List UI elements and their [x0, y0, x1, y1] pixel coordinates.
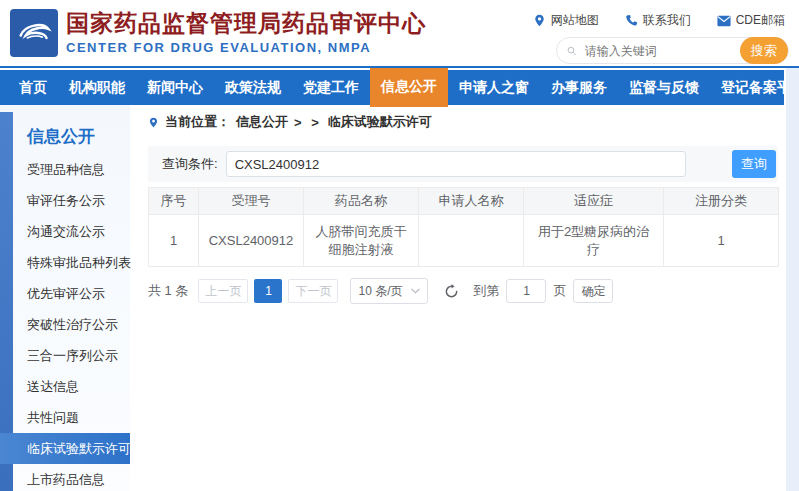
phone-icon [625, 14, 638, 27]
next-page-button[interactable]: 下一页 [288, 279, 338, 303]
cell-registration-class: 1 [664, 215, 779, 267]
pagination-total: 共 1 条 [148, 282, 188, 300]
sidebar-item-review-tasks[interactable]: 审评任务公示 [0, 185, 130, 216]
search-icon [567, 44, 577, 58]
location-pin-icon [533, 14, 546, 27]
cell-seq: 1 [149, 215, 199, 267]
breadcrumb: 当前位置：信息公开 > > 临床试验默示许可 [148, 112, 778, 132]
sidebar-item-communication[interactable]: 沟通交流公示 [0, 216, 130, 247]
query-panel: 查询条件: 查询 [148, 146, 778, 182]
sidebar-item-delivery-info[interactable]: 送达信息 [0, 371, 130, 402]
sidebar-item-priority-review[interactable]: 优先审评公示 [0, 278, 130, 309]
goto-page-group: 到第 页 确定 [473, 279, 613, 303]
site-subtitle: CENTER FOR DRUG EVALUATION, NMPA [66, 40, 426, 55]
search-input[interactable] [585, 44, 740, 58]
nav-item-services[interactable]: 办事服务 [540, 70, 618, 105]
sidebar-item-three-in-one[interactable]: 三合一序列公示 [0, 340, 130, 371]
breadcrumb-separator: > > [294, 115, 322, 130]
page-size-value: 10 条/页 [358, 283, 402, 300]
cde-logo [10, 9, 58, 57]
page-size-select[interactable]: 10 条/页 [350, 278, 428, 304]
breadcrumb-section[interactable]: 信息公开 [236, 113, 288, 131]
breadcrumb-current: 临床试验默示许可 [328, 113, 432, 131]
sidebar-item-breakthrough-therapy[interactable]: 突破性治疗公示 [0, 309, 130, 340]
results-table: 序号 受理号 药品名称 申请人名称 适应症 注册分类 1 CXSL2400912… [148, 187, 779, 267]
cell-acceptance-no: CXSL2400912 [199, 215, 304, 267]
col-header-registration-class: 注册分类 [664, 188, 779, 215]
col-header-indication: 适应症 [524, 188, 664, 215]
contact-link[interactable]: 联系我们 [625, 12, 691, 29]
goto-label: 到第 [473, 282, 499, 300]
sidebar-item-common-issues[interactable]: 共性问题 [0, 402, 130, 433]
cell-indication: 用于2型糖尿病的治疗 [524, 215, 664, 267]
sidebar: 信息公开 受理品种信息 审评任务公示 沟通交流公示 特殊审批品种列表 优先审评公… [0, 105, 130, 491]
nav-item-info-disclosure[interactable]: 信息公开 [370, 68, 448, 107]
table-row: 1 CXSL2400912 人脐带间充质干细胞注射液 用于2型糖尿病的治疗 1 [149, 215, 779, 267]
sidebar-title: 信息公开 [27, 125, 95, 148]
cell-applicant [419, 215, 524, 267]
query-label: 查询条件: [162, 155, 218, 173]
main-content: 当前位置：信息公开 > > 临床试验默示许可 查询条件: 查询 序号 受理号 药… [148, 112, 778, 304]
sitemap-link[interactable]: 网站地图 [533, 12, 599, 29]
quick-links: 网站地图 联系我们 CDE邮箱 [533, 12, 785, 29]
col-header-seq: 序号 [149, 188, 199, 215]
site-title: 国家药品监督管理局药品审评中心 [66, 8, 426, 38]
site-header: 国家药品监督管理局药品审评中心 CENTER FOR DRUG EVALUATI… [0, 0, 799, 68]
refresh-button[interactable] [444, 284, 459, 299]
page-number-button[interactable]: 1 [254, 279, 282, 303]
breadcrumb-prefix: 当前位置： [165, 113, 230, 131]
sitemap-label: 网站地图 [551, 12, 599, 29]
header-row: 序号 受理号 药品名称 申请人名称 适应症 注册分类 [149, 188, 779, 215]
results-table-body: 1 CXSL2400912 人脐带间充质干细胞注射液 用于2型糖尿病的治疗 1 [149, 215, 779, 267]
main-nav: 首页 机构职能 新闻中心 政策法规 党建工作 信息公开 申请人之窗 办事服务 监… [0, 70, 784, 105]
query-input[interactable] [226, 151, 686, 177]
nav-item-applicant-window[interactable]: 申请人之窗 [448, 70, 540, 105]
prev-page-button[interactable]: 上一页 [198, 279, 248, 303]
sidebar-item-marketed-drugs[interactable]: 上市药品信息 [0, 464, 130, 491]
sidebar-menu: 受理品种信息 审评任务公示 沟通交流公示 特殊审批品种列表 优先审评公示 突破性… [0, 154, 130, 491]
sidebar-item-accepted-varieties[interactable]: 受理品种信息 [0, 154, 130, 185]
col-header-drug-name: 药品名称 [304, 188, 419, 215]
page: 国家药品监督管理局药品审评中心 CENTER FOR DRUG EVALUATI… [0, 0, 799, 491]
nav-item-news[interactable]: 新闻中心 [136, 70, 214, 105]
nav-item-policies[interactable]: 政策法规 [214, 70, 292, 105]
col-header-applicant: 申请人名称 [419, 188, 524, 215]
nav-item-supervision[interactable]: 监督与反馈 [618, 70, 710, 105]
results-table-head: 序号 受理号 药品名称 申请人名称 适应症 注册分类 [149, 188, 779, 215]
brand-block: 国家药品监督管理局药品审评中心 CENTER FOR DRUG EVALUATI… [66, 8, 426, 55]
sidebar-item-special-approval[interactable]: 特殊审批品种列表 [0, 247, 130, 278]
contact-label: 联系我们 [643, 12, 691, 29]
goto-confirm-button[interactable]: 确定 [573, 279, 613, 303]
envelope-icon [717, 15, 731, 27]
search-button[interactable]: 搜索 [740, 37, 788, 64]
mailbox-label: CDE邮箱 [736, 12, 785, 29]
goto-unit: 页 [553, 282, 566, 300]
location-pin-icon [148, 116, 159, 129]
nav-item-home[interactable]: 首页 [8, 70, 58, 105]
col-header-acceptance-no: 受理号 [199, 188, 304, 215]
pagination: 共 1 条 上一页 1 下一页 10 条/页 到第 页 确定 [148, 278, 778, 304]
mailbox-link[interactable]: CDE邮箱 [717, 12, 785, 29]
chevron-down-icon [411, 288, 420, 294]
sidebar-item-clinical-trial-implied-license[interactable]: 临床试验默示许可 [0, 433, 130, 464]
refresh-icon [444, 284, 459, 299]
nav-item-functions[interactable]: 机构职能 [58, 70, 136, 105]
goto-page-input[interactable] [506, 279, 546, 303]
right-edge-strip [786, 68, 799, 491]
nav-item-party[interactable]: 党建工作 [292, 70, 370, 105]
query-button[interactable]: 查询 [732, 150, 776, 178]
cell-drug-name: 人脐带间充质干细胞注射液 [304, 215, 419, 267]
logo-swoosh-icon [14, 13, 54, 53]
site-search: 搜索 [556, 37, 789, 64]
